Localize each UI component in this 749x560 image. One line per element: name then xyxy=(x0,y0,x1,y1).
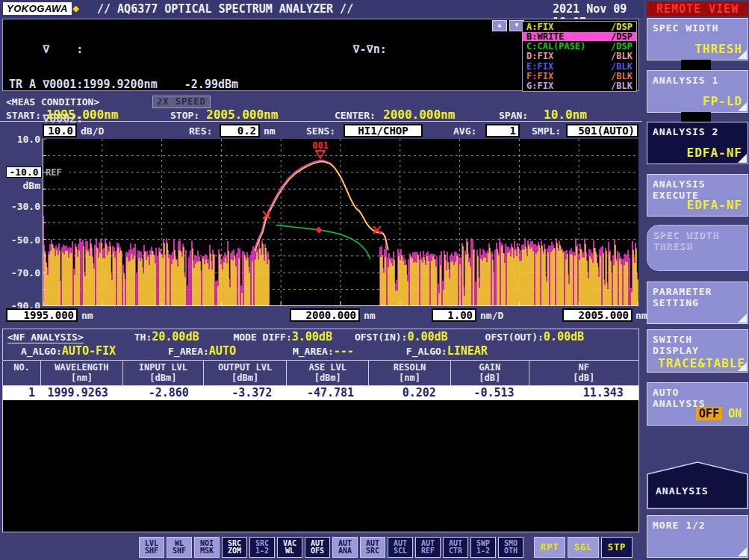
nf-f-algo-param: F_ALGO:LINEAR xyxy=(406,343,488,358)
y-tick-10: 10.0 xyxy=(7,134,40,145)
res-unit: nm xyxy=(264,125,276,137)
smpl-field: 501(AUTO) xyxy=(566,124,638,137)
softkey-analysis-2-selected[interactable]: ANALYSIS 2 EDFA-NF xyxy=(647,122,748,164)
function-status-toolbar: LVLSHFWLSHFNOIMSKSRCZOMSRC1-2VACWLAUTOFS… xyxy=(139,537,633,558)
trace-status-f[interactable]: F:FIX/BLK xyxy=(523,72,636,81)
off-on-toggle[interactable]: OFFON xyxy=(696,406,742,420)
y-tick-minus70: -70.0 xyxy=(7,267,40,279)
stop-label: STOP: xyxy=(170,110,199,121)
db-per-div-unit: dB/D xyxy=(81,125,104,137)
span-value: 10.0nm xyxy=(544,108,587,122)
toolbar-sweep-1-2-button[interactable]: SWP1-2 xyxy=(470,537,496,558)
marker-header-line: ∇ : ∇-∇n: xyxy=(9,44,387,56)
trace-status-b[interactable]: B:WRITE/DSP xyxy=(523,32,636,41)
trace-name: B:WRITE xyxy=(526,32,565,41)
trace-name: A:FIX xyxy=(526,22,553,31)
softkey-auto-analysis[interactable]: AUTO ANALYSIS OFFON xyxy=(647,382,748,426)
softkey-parameter-setting[interactable]: PARAMETER SETTING xyxy=(647,281,748,324)
softkey-label: DISPLAY xyxy=(647,345,748,356)
analysis-menu-key[interactable]: ANALYSIS xyxy=(647,461,748,509)
toolbar-src-zoom-button[interactable]: SRCZOM xyxy=(222,537,247,558)
trace-mode: /DSP xyxy=(611,22,633,31)
nf-row-cell: 1 xyxy=(3,386,41,400)
remote-view-badge: REMOTE VIEW xyxy=(647,1,748,16)
softkey-value: EDFA-NF xyxy=(687,198,742,212)
trace-mode: /BLK xyxy=(611,72,633,81)
nf-ofst-out-param: OFST(OUT):0.00dB xyxy=(485,329,584,343)
col-header-wavelength: WAVELENGTH[nm] xyxy=(41,361,123,385)
softkey-spec-width[interactable]: SPEC WIDTH THRESH xyxy=(647,18,748,60)
ref-level-field: -10.0 xyxy=(6,167,42,178)
toolbar-auto-center-button[interactable]: AUTCTR xyxy=(443,537,468,558)
trace-mode: /DSP xyxy=(611,42,633,51)
toolbar-noise-mask-button[interactable]: NOIMSK xyxy=(194,537,220,558)
svg-text:REF: REF xyxy=(46,167,62,178)
yokogawa-logo: YOKOGAWA xyxy=(3,2,72,15)
toolbar-stop-button[interactable]: STP xyxy=(601,537,633,558)
nf-params-line-1: <NF ANALYSIS> TH:20.00dB MODE DIFF:3.00d… xyxy=(3,329,638,343)
nf-table-row[interactable]: 11999.9263-2.860-3.372-47.7810.202-0.513… xyxy=(3,386,638,400)
softkey-label: SPEC WIDTH xyxy=(647,225,748,240)
trace-name: C:CAL(PASE) xyxy=(526,42,585,51)
softkey-switch-display[interactable]: SWITCH DISPLAY TRACE&TABLE xyxy=(647,329,748,373)
trace-status-g[interactable]: G:FIX/BLK xyxy=(523,81,636,90)
trace-status-c[interactable]: C:CAL(PASE)/DSP xyxy=(523,42,636,51)
col-header-ase-lvl: ASE LVL[dBm] xyxy=(287,361,369,385)
softkey-label: SETTING xyxy=(647,297,748,308)
toolbar-auto-offset-button[interactable]: AUTOFS xyxy=(305,537,330,558)
center-value: 2000.000nm xyxy=(383,108,455,122)
center-label: CENTER: xyxy=(335,110,376,121)
trace-scroll-buttons: ▲ ▼ xyxy=(492,20,524,31)
nf-f-area-param: F_AREA:AUTO xyxy=(168,343,236,358)
trace-status-e[interactable]: E:FIX/BLK xyxy=(523,62,636,71)
toolbar-auto-scale-button[interactable]: AUTSCL xyxy=(388,537,413,558)
smpl-label: SMPL: xyxy=(532,125,561,137)
toolbar-gap xyxy=(526,537,532,558)
toolbar-auto-ref-button[interactable]: AUTREF xyxy=(415,537,441,558)
col-header-no-: NO. xyxy=(3,361,41,385)
toolbar-single-button[interactable]: SGL xyxy=(568,537,599,558)
trace-status-d[interactable]: D:FIX/BLK xyxy=(523,52,636,60)
logo-diamond-icon: ◆ xyxy=(72,1,79,15)
softkey-label: SWITCH xyxy=(647,330,748,345)
toolbar-auto-analysis-button[interactable]: AUTANA xyxy=(332,537,358,558)
softkey-value: TRACE&TABLE xyxy=(658,356,745,370)
softkey-analysis-1[interactable]: ANALYSIS 1 FP-LD xyxy=(647,70,748,113)
stop-value: 2005.000nm xyxy=(206,108,278,122)
trace-status-a[interactable]: A:FIX/DSP xyxy=(523,22,636,31)
db-per-div-field: 10.0 xyxy=(43,124,77,137)
nf-ofst-in-param: OFST(IN):0.00dB xyxy=(355,329,448,343)
col-header-resoln: RESOLN[nm] xyxy=(369,361,451,385)
softkey-more[interactable]: MORE 1/2 xyxy=(647,515,748,558)
nf-a-algo-param: A_ALGO:AUTO-FIX xyxy=(21,343,116,358)
softkey-group-connector xyxy=(681,60,711,70)
nf-row-cell: -3.372 xyxy=(204,386,287,400)
avg-field: 1 xyxy=(485,124,520,137)
col-header-output-lvl: OUTPUT LVL[dBm] xyxy=(204,361,287,385)
nf-m-area-param: M_AREA:--- xyxy=(293,343,354,358)
toolbar-wl-shift-button[interactable]: WLSHF xyxy=(167,537,192,558)
col-header-gain: GAIN[dB] xyxy=(451,361,529,385)
toolbar-level-shift-button[interactable]: LVLSHF xyxy=(139,537,164,558)
x-stop-unit: nm xyxy=(635,310,647,321)
softkey-analysis-execute[interactable]: ANALYSIS EXECUTE EDFA-NF xyxy=(647,174,748,217)
x-center-unit: nm xyxy=(364,310,376,321)
scroll-up-button[interactable]: ▲ xyxy=(492,20,507,31)
x-start-field: 1995.000 xyxy=(6,308,78,322)
softkey-label: ANALYSIS 1 xyxy=(647,71,748,86)
start-value: 1995.000nm xyxy=(46,108,118,122)
toolbar-auto-search-button[interactable]: AUTSRC xyxy=(360,537,385,558)
col-header-input-lvl: INPUT LVL[dBm] xyxy=(123,361,204,385)
toolbar-smooth-other-button[interactable]: SMOOTH xyxy=(498,537,523,558)
softkey-group-connector xyxy=(681,112,711,122)
softkey-label: THRESH xyxy=(647,240,748,252)
softkey-spec-width-thresh-disabled: SPEC WIDTH THRESH xyxy=(647,225,748,271)
analysis-menu-label: ANALYSIS xyxy=(656,485,709,497)
toggle-on[interactable]: ON xyxy=(728,407,742,420)
softkey-value: FP-LD xyxy=(703,94,742,108)
sens-field: HI1/CHOP xyxy=(344,124,423,137)
toolbar-src-1-2-button[interactable]: SRC1-2 xyxy=(249,537,275,558)
toolbar-vacuum-wl-button[interactable]: VACWL xyxy=(277,537,302,558)
toolbar-repeat-button[interactable]: RPT xyxy=(534,537,565,558)
toggle-off-selected[interactable]: OFF xyxy=(696,407,722,420)
